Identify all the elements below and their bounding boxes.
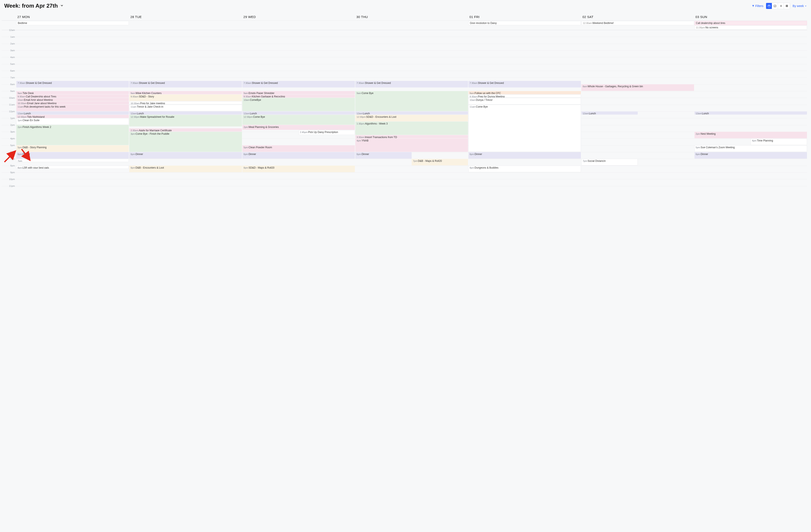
day-column[interactable]: 7:30amShower & Get Dressed9amCome Bye12p…: [355, 30, 468, 193]
calendar-event[interactable]: 9:30amPrep for Dunya Meeting: [469, 94, 581, 98]
calendar-event[interactable]: 9amWipe Kitchen Counters: [129, 91, 242, 94]
allday-cell[interactable]: [355, 20, 468, 30]
calendar-event[interactable]: 12pmLunch: [242, 111, 355, 114]
allday-cell[interactable]: Call dealership about tires11:30pmNo scr…: [694, 20, 807, 30]
day-column[interactable]: 7:30amShower & Get Dressed9amTidy Desk9:…: [16, 30, 129, 193]
hour-label: 11am: [2, 103, 16, 106]
calendar-event[interactable]: 12pmLunch: [581, 111, 638, 114]
title-wrap[interactable]: Week: from Apr 27th: [4, 2, 64, 9]
calendar-event[interactable]: 8pmD&B - Encounters & Loot: [129, 166, 242, 172]
calendar-event[interactable]: 2:45pmPick Up Daisy Prescription: [299, 130, 355, 135]
calendar-event[interactable]: 9amFollow up with the CFC: [469, 91, 581, 94]
day-header[interactable]: 02 SAT: [581, 12, 694, 20]
calendar-event[interactable]: 8pmDungeons & Buddies: [469, 166, 581, 172]
calendar-event[interactable]: 2pmFinish Algorithms Week 2: [16, 125, 129, 145]
hour-label: 10am: [2, 97, 16, 99]
calendar-event[interactable]: 9:30amKitchen Garbage & Recycling: [242, 94, 355, 98]
calendar-event[interactable]: 5pmD&B - Story Planning: [16, 145, 129, 152]
calendar-event[interactable]: 10amComeBye: [242, 98, 355, 111]
calendar-event[interactable]: 7pmD&B - Maps & Roll20: [412, 159, 468, 166]
view-list-button[interactable]: [778, 3, 784, 9]
calendar-event[interactable]: 12:30pmTidy Nightstand: [16, 115, 129, 118]
allday-cell[interactable]: Bedtime: [16, 20, 129, 30]
time-gutter: 12am1am2am3am4am5am6am7am8am9am10am11am1…: [2, 30, 16, 193]
calendar-event[interactable]: 5pmClean Powder Room: [242, 145, 355, 152]
calendar-event[interactable]: 4pmYNAB: [355, 139, 468, 152]
calendar-event[interactable]: 5pmSue Coleman's Zoom Meeting: [694, 145, 807, 152]
calendar-event[interactable]: 7pmSocial Distancin: [581, 159, 638, 166]
calendar-event[interactable]: 1:30pmAlgorithms - Week 3: [355, 122, 468, 135]
calendar-event[interactable]: 11amCome Bye: [469, 105, 581, 152]
calendar-event[interactable]: 7:30amShower & Get Dressed: [355, 81, 468, 88]
calendar-event[interactable]: 8pmSD&D - Maps & Roll20: [242, 166, 355, 172]
calendar-event[interactable]: 3:30pmImport Transactions from TD: [355, 135, 468, 138]
calendar-event[interactable]: 7:30amShower & Get Dressed: [129, 81, 242, 88]
allday-event[interactable]: Bedtime: [16, 21, 129, 25]
view-calendar-button[interactable]: [766, 3, 772, 9]
hour-label: 2am: [2, 42, 16, 45]
calendar-event[interactable]: 6pmDinner: [16, 152, 129, 159]
day-header[interactable]: 30 THU: [355, 12, 468, 20]
calendar-event[interactable]: 3pmCome Bye - Finish the Puddle: [129, 132, 242, 152]
calendar-event[interactable]: 8amWhole House - Garbages, Recycling & G…: [581, 84, 694, 91]
allday-event[interactable]: 12:30amWeekend Bedtime!: [581, 21, 694, 25]
calendar-event[interactable]: 9:30amSD&D - Story: [129, 94, 242, 101]
allday-event[interactable]: Call dealership about tires: [694, 21, 807, 25]
calendar-event[interactable]: 7:30amShower & Get Dressed: [16, 81, 129, 88]
calendar-event[interactable]: 2pmNest Meeting: [694, 132, 807, 138]
calendar-event[interactable]: 2:30pmApply for Marriage Certificate: [129, 128, 242, 131]
calendar-event[interactable]: 6pmDinner: [694, 152, 807, 159]
calendar-event[interactable]: 10amDunya / Trevor: [469, 98, 581, 105]
calendar-event[interactable]: 12pmLunch: [16, 111, 129, 114]
day-column[interactable]: 8amWhole House - Garbages, Recycling & G…: [581, 30, 694, 193]
calendar-event[interactable]: 7:30amShower & Get Dressed: [242, 81, 355, 88]
calendar-event[interactable]: 10amEmail Amir about Meeting: [16, 98, 129, 101]
calendar-event[interactable]: 12:30pmCome Bye: [242, 115, 355, 125]
allday-cell[interactable]: 12:30amWeekend Bedtime!: [581, 20, 694, 30]
calendar-event[interactable]: 6pmDinner: [242, 152, 355, 159]
day-column[interactable]: 12pmLunch2pmNest Meeting4pmTime Planning…: [694, 30, 807, 193]
calendar-event[interactable]: 12:30pmMake Spreadsheet for Rosalie: [129, 115, 242, 126]
day-header[interactable]: 01 FRI: [468, 12, 581, 20]
calendar-event[interactable]: 10:30amEmail Jane about Meeting: [16, 101, 129, 105]
day-header[interactable]: 29 WED: [242, 12, 355, 20]
calendar-event[interactable]: 12pmLunch: [129, 111, 242, 114]
view-grid-button[interactable]: [784, 3, 790, 9]
calendar-event[interactable]: 9amCome Bye: [355, 91, 468, 111]
svg-rect-10: [786, 6, 787, 7]
calendar-event[interactable]: 6pmDinner: [355, 152, 412, 159]
calendar-event[interactable]: 4pmTime Planning: [751, 139, 807, 145]
calendar-event[interactable]: 9amTidy Desk: [16, 91, 129, 94]
allday-cell[interactable]: [129, 20, 242, 30]
byweek-dropdown[interactable]: By week: [793, 4, 807, 7]
calendar-event[interactable]: 12:30pmSD&D - Encounters & Loot: [355, 115, 468, 121]
allday-event[interactable]: Give revolution to Daisy: [469, 21, 581, 25]
filters-button[interactable]: Filters: [752, 4, 763, 7]
calendar-event[interactable]: 6pmDinner: [469, 152, 581, 159]
day-column[interactable]: 7:30amShower & Get Dressed9amWipe Kitche…: [129, 30, 242, 193]
day-header[interactable]: 28 TUE: [129, 12, 242, 20]
day-header[interactable]: 27 MON: [16, 12, 129, 20]
calendar-event[interactable]: 12pmLunch: [694, 111, 807, 114]
calendar-event[interactable]: 10:30amPrep for Jake meeting: [129, 101, 242, 105]
allday-cell[interactable]: [242, 20, 355, 30]
calendar-event[interactable]: 2pmMeal Planning & Groceries: [242, 125, 355, 130]
calendar-body[interactable]: 12am1am2am3am4am5am6am7am8am9am10am11am1…: [2, 30, 807, 193]
day-column[interactable]: 7:30amShower & Get Dressed9amFollow up w…: [468, 30, 581, 193]
day-column[interactable]: 7:30amShower & Get Dressed9amEmpty Paper…: [242, 30, 355, 193]
calendar-event[interactable]: 7:30amShower & Get Dressed: [469, 81, 581, 88]
calendar-event[interactable]: 11amTrevor & Jake Check-in: [129, 105, 242, 111]
calendar-event[interactable]: 9amEmpty Paper Shredder: [242, 91, 355, 94]
allday-event[interactable]: 11:30pmNo screens: [694, 26, 807, 30]
calendar-event[interactable]: 11amPick development tasks for this week: [16, 105, 129, 111]
calendar-event[interactable]: 9:30amCall Dealership about Tires: [16, 94, 129, 98]
allday-cell[interactable]: Give revolution to Daisy: [468, 20, 581, 30]
calendar-event[interactable]: 6pmDinner: [129, 152, 242, 159]
view-schedule-button[interactable]: [772, 3, 778, 9]
chevron-down-icon[interactable]: [60, 4, 64, 8]
day-header[interactable]: 03 SUN: [694, 12, 807, 20]
calendar-event[interactable]: 7pm: [16, 159, 129, 162]
calendar-event[interactable]: 12pmLunch: [355, 111, 468, 114]
calendar-event[interactable]: 8pmL5R with your best pals: [16, 166, 129, 169]
calendar-event[interactable]: 1pmClean En Suite: [16, 118, 129, 125]
